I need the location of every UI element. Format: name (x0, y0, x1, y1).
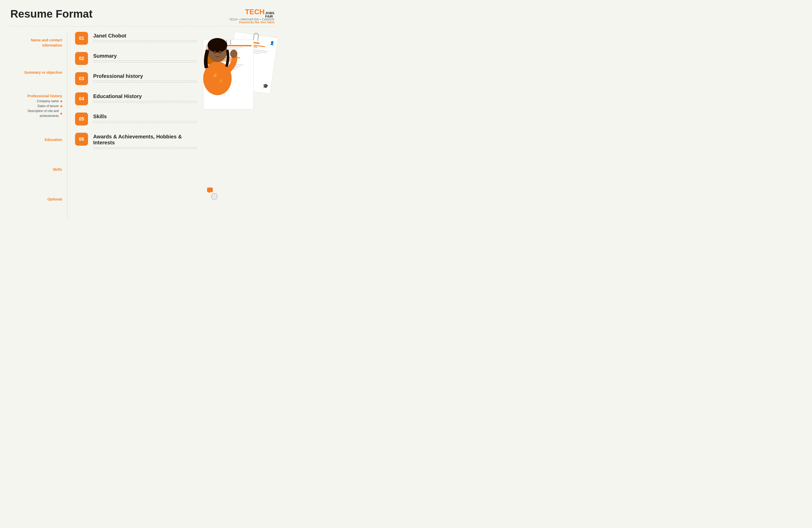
svg-point-2 (207, 38, 227, 53)
dashed-line-3b (93, 82, 197, 83)
row-title-1: Janet Chobot (93, 33, 197, 39)
svg-text:⚡: ⚡ (219, 79, 223, 83)
svg-point-4 (219, 50, 221, 54)
row-content-6: Awards & Achievements, Hobbies & Interes… (93, 133, 197, 150)
content-area: 01 Janet Chobot 02 Summary 03 Profession… (67, 32, 202, 218)
row-content-2: Summary (93, 52, 197, 64)
row-title-4: Educational History (93, 93, 197, 99)
logo-tagline: TECH • INNOVATION • CAREER (229, 18, 274, 21)
sidebar-item-optional: Optional (47, 197, 62, 202)
sidebar-label-education: Education (44, 137, 62, 143)
badge-04: 04 (75, 92, 88, 105)
dashed-line-6b (93, 149, 197, 149)
sidebar-row-name: Name and contactinformation (10, 32, 62, 62)
badge-03: 03 (75, 72, 88, 85)
sidebar-row-professional: Professional history Company name Dates … (10, 91, 62, 129)
clip-icon (253, 33, 259, 41)
sidebar-label-name: Name and contactinformation (31, 38, 62, 48)
sidebar-sub-company: Company name (27, 99, 62, 104)
sidebar-item-skills: Skills (53, 167, 62, 172)
dashed-line-5a (93, 121, 197, 121)
logo-jobs-fair: JOBS FAIR (265, 11, 274, 18)
row-title-3: Professional history (93, 73, 197, 79)
sidebar-item-education: Education (44, 137, 62, 143)
sidebar-label-professional: Professional history (27, 94, 62, 99)
sidebar-item-professional: Professional history Company name Dates … (27, 94, 62, 118)
logo-area: TECH JOBS FAIR TECH • INNOVATION • CAREE… (229, 8, 274, 24)
row-title-6: Awards & Achievements, Hobbies & Interes… (93, 134, 197, 146)
sidebar-sub-company-text: Company name (37, 99, 59, 104)
dashed-line-2b (93, 62, 197, 62)
badge-01: 01 (75, 32, 88, 45)
resume-row-2: 02 Summary (75, 52, 197, 65)
sidebar-label-optional: Optional (47, 197, 62, 202)
svg-text:⚡: ⚡ (212, 73, 218, 78)
dot-description (60, 113, 62, 115)
sidebar-label-summary: Summary or objective (24, 70, 62, 75)
sidebar-row-summary: Summary or objective (10, 62, 62, 91)
resume-row-1: 01 Janet Chobot (75, 32, 197, 45)
sidebar-row-optional: Optional (10, 188, 62, 218)
svg-point-3 (214, 50, 216, 54)
dot-company (60, 100, 62, 102)
dashed-line-1a (93, 40, 197, 41)
resume-row-5: 05 Skills (75, 113, 197, 126)
dot-dates (60, 105, 62, 107)
paper-person-icon: 👤 (270, 41, 274, 45)
sidebar-sub-desc-text: Description of role andachievements (28, 109, 59, 118)
row-content-1: Janet Chobot (93, 32, 197, 43)
dashed-line-4b (93, 102, 197, 103)
svg-point-5 (230, 50, 237, 58)
sidebar-row-education: Education (10, 129, 62, 159)
badge-06: 06 (75, 133, 88, 146)
sidebar-label-skills: Skills (53, 167, 62, 172)
sidebar-sub-dates: Dates of tenure (27, 104, 62, 109)
page-header: Resume Format TECH JOBS FAIR TECH • INNO… (10, 8, 274, 24)
logo-powered: Powered By Hire Tech Talent (239, 21, 274, 24)
logo-top: TECH JOBS FAIR (245, 8, 274, 18)
resume-row-4: 04 Educational History (75, 92, 197, 105)
row-title-5: Skills (93, 114, 197, 119)
dashed-line-4a (93, 101, 197, 101)
badge-05: 05 (75, 113, 88, 126)
chat-bubble-icon (207, 188, 213, 192)
badge-02: 02 (75, 52, 88, 65)
row-content-5: Skills (93, 113, 197, 124)
illustration-area: 🍃 ↗ 👤 🎓 (202, 32, 274, 218)
sidebar-item-name-contact: Name and contactinformation (31, 38, 62, 48)
main-layout: Name and contactinformation Summary or o… (10, 32, 274, 218)
sidebar-row-skills: Skills (10, 159, 62, 188)
row-content-3: Professional history (93, 72, 197, 84)
resume-row-3: 03 Professional history (75, 72, 197, 85)
grad-hat-icon: 🎓 (262, 83, 269, 89)
row-title-2: Summary (93, 53, 197, 59)
page-title: Resume Format (10, 8, 92, 20)
dashed-line-1b (93, 42, 197, 42)
dashed-line-2a (93, 60, 197, 61)
person-illustration: ⚡ ⚡ (194, 27, 241, 99)
sidebar-item-summary: Summary or objective (24, 70, 62, 75)
gear-icon: ⚙ (210, 191, 219, 203)
row-content-4: Educational History (93, 92, 197, 104)
resume-row-6: 06 Awards & Achievements, Hobbies & Inte… (75, 133, 197, 150)
sidebar-sub-dates-text: Dates of tenure (38, 104, 59, 109)
logo-tech: TECH (245, 8, 264, 16)
sidebar-sub-description: Description of role andachievements (27, 109, 62, 118)
sidebar: Name and contactinformation Summary or o… (10, 32, 67, 218)
